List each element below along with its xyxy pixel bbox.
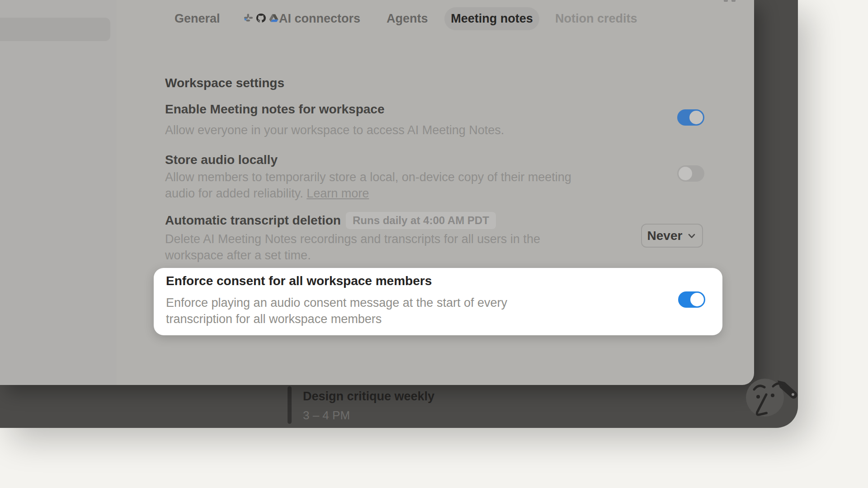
event-time: 3 – 4 PM xyxy=(303,408,350,422)
setting-desc-enable-meeting-notes: Allow everyone in your workspace to acce… xyxy=(165,122,585,138)
settings-sidebar xyxy=(0,0,117,385)
transcript-deletion-dropdown[interactable]: Never xyxy=(641,224,703,248)
schedule-badge: Runs daily at 4:00 AM PDT xyxy=(346,212,496,229)
toggle-store-audio-locally[interactable] xyxy=(677,165,704,182)
setting-title-enforce-consent: Enforce consent for all workspace member… xyxy=(166,274,432,288)
sidebar-selected-item[interactable] xyxy=(0,18,110,41)
toggle-enable-meeting-notes[interactable] xyxy=(677,109,704,126)
dropdown-value: Never xyxy=(647,229,683,243)
tab-ai-connectors[interactable]: AI connectors xyxy=(279,7,360,30)
tab-notion-credits[interactable]: Notion credits xyxy=(555,7,637,30)
notion-app-window: Design critique weekly 3 – 4 PM General xyxy=(0,0,798,428)
setting-title-store-audio-locally: Store audio locally xyxy=(165,153,278,167)
slack-icon xyxy=(243,13,254,23)
setting-desc-store-audio-locally: Allow members to temporarily store a loc… xyxy=(165,169,579,202)
settings-dialog: General xyxy=(0,0,754,385)
event-title: Design critique weekly xyxy=(303,389,434,404)
spotlight-card-enforce-consent: Enforce consent for all workspace member… xyxy=(154,268,722,335)
tab-general[interactable]: General xyxy=(175,7,220,30)
setting-title-automatic-transcript-deletion: Automatic transcript deletion xyxy=(165,213,341,228)
section-heading: Workspace settings xyxy=(165,76,284,90)
setting-title-enable-meeting-notes: Enable Meeting notes for workspace xyxy=(165,102,384,117)
tab-meeting-notes[interactable]: Meeting notes xyxy=(444,7,539,30)
google-drive-icon xyxy=(268,13,279,23)
toggle-knob xyxy=(679,167,692,180)
desktop-background: Design critique weekly 3 – 4 PM General xyxy=(0,0,868,488)
tab-agents[interactable]: Agents xyxy=(387,7,428,30)
learn-more-link[interactable]: Learn more xyxy=(307,187,369,200)
github-icon xyxy=(255,13,266,23)
toggle-knob xyxy=(690,293,704,306)
setting-desc-automatic-transcript-deletion: Delete AI Meeting Notes recordings and t… xyxy=(165,231,547,263)
toggle-knob xyxy=(689,111,703,124)
clipped-top-icon xyxy=(724,0,737,2)
ai-connector-icons xyxy=(243,13,279,23)
toggle-enforce-consent[interactable] xyxy=(678,291,705,308)
chevron-down-icon xyxy=(687,231,697,241)
setting-desc-enforce-consent: Enforce playing an audio consent message… xyxy=(166,295,514,327)
face-pencil-doodle-icon xyxy=(738,369,810,423)
event-accent-bar xyxy=(288,386,292,424)
